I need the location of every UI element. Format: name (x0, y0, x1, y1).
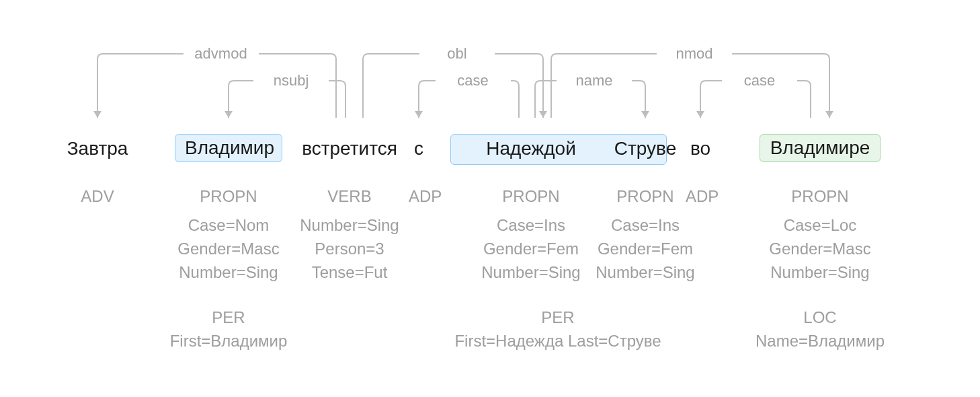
dep-name-4: name (557, 73, 632, 88)
token-3: с (409, 139, 429, 158)
token-1: Владимир (175, 134, 282, 162)
dependency-parse-diagram: ЗавтраADVВладимирPROPNCase=NomGender=Mas… (0, 0, 980, 397)
svg-marker-5 (825, 111, 833, 118)
ner-7: LOCName=Владимир (733, 306, 907, 353)
pos-7: PROPN (760, 188, 881, 205)
token-2: встретится (292, 139, 407, 158)
svg-marker-4 (641, 111, 649, 118)
pos-1: PROPN (175, 188, 282, 205)
ner-1: PERFirst=Владимир (148, 306, 309, 353)
ner-span-per-label: PERFirst=Надежда Last=Струве (437, 306, 679, 353)
pos-4: PROPN (474, 188, 588, 205)
token-6: во (686, 139, 715, 158)
feats-7: Case=LocGender=MascNumber=Sing (739, 214, 901, 284)
svg-marker-6 (696, 111, 704, 118)
dep-nmod-5: nmod (657, 46, 732, 61)
svg-marker-2 (539, 111, 547, 118)
pos-6: ADP (686, 188, 715, 205)
pos-2: VERB (292, 188, 407, 205)
pos-0: ADV (60, 188, 134, 205)
pos-5: PROPN (605, 188, 686, 205)
svg-marker-1 (224, 111, 233, 118)
feats-2: Number=SingPerson=3Tense=Fut (272, 214, 427, 284)
token-7: Владимире (760, 134, 881, 162)
svg-marker-0 (93, 111, 101, 118)
token-0: Завтра (60, 139, 134, 158)
dep-advmod-0: advmod (183, 46, 259, 61)
token-5: Струве (605, 139, 686, 158)
token-4: Надеждой (474, 139, 588, 158)
svg-marker-3 (415, 111, 423, 118)
dep-case-3: case (436, 73, 511, 88)
dep-obl-2: obl (419, 46, 495, 61)
pos-3: ADP (409, 188, 429, 205)
feats-5: Case=InsGender=FemNumber=Sing (585, 214, 706, 284)
dep-case-6: case (722, 73, 797, 88)
dep-nsubj-1: nsubj (253, 73, 329, 88)
